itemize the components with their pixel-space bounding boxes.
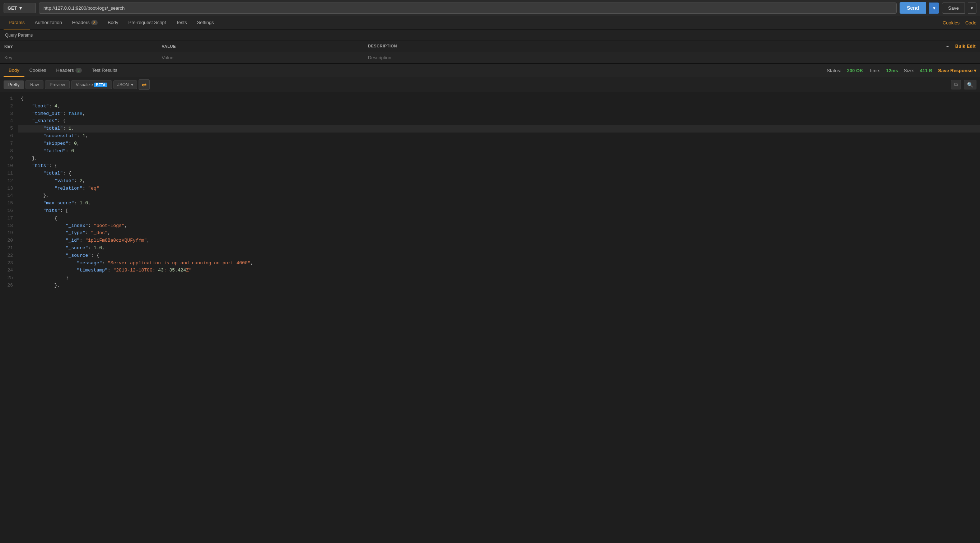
code-line: "_index": "boot-logs", [18,222,980,230]
code-line: "_shards": { [18,118,980,125]
response-tab-test-results[interactable]: Test Results [87,64,123,77]
value-placeholder[interactable]: Value [158,52,364,64]
pretty-button[interactable]: Pretty [3,80,24,89]
json-format-select[interactable]: JSON ▾ [113,80,137,89]
code-line: "successful": 1, [18,132,980,140]
table-options-button[interactable]: ··· [945,44,950,48]
line-number: 6 [0,132,18,140]
response-tab-body[interactable]: Body [3,64,24,77]
code-line: "failed": 0 [18,148,980,155]
tab-authorization[interactable]: Authorization [30,16,67,29]
code-content: { "took": 4, "timed_out": false, "_shard… [18,92,980,517]
line-number: 11 [0,170,18,177]
code-line: "timed_out": false, [18,110,980,118]
line-number: 18 [0,222,18,230]
cookies-link[interactable]: Cookies [943,20,959,25]
line-number: 15 [0,200,18,207]
line-number: 5 [0,125,18,132]
code-line: { [18,95,980,103]
url-input[interactable] [39,3,897,14]
line-number: 14 [0,192,18,200]
code-line: "took": 4, [18,103,980,110]
tab-headers[interactable]: Headers8 [67,16,103,29]
line-number: 4 [0,118,18,125]
line-number: 25 [0,274,18,282]
save-dropdown-button[interactable]: ▾ [968,3,977,14]
code-link[interactable]: Code [965,20,977,25]
tab-body[interactable]: Body [103,16,124,29]
line-number: 3 [0,110,18,118]
headers-badge: 8 [91,20,98,25]
line-number: 7 [0,140,18,148]
key-placeholder[interactable]: Key [0,52,158,64]
line-number: 19 [0,229,18,237]
description-placeholder[interactable]: Description [364,52,980,64]
time-label: Time: [869,68,880,73]
code-line: "hits": [ [18,207,980,215]
code-line: } [18,274,980,282]
preview-button[interactable]: Preview [45,80,70,89]
col-key: KEY [0,41,158,52]
col-description: DESCRIPTION ··· Bulk Edit [364,41,980,52]
tab-prerequest[interactable]: Pre-request Script [124,16,171,29]
line-number: 8 [0,148,18,155]
code-line: }, [18,192,980,200]
size-value: 411 B [920,68,932,73]
copy-button[interactable]: ⧉ [951,80,961,89]
method-select[interactable]: GET ▾ [3,3,36,13]
code-line: "total": { [18,170,980,177]
search-button[interactable]: 🔍 [964,80,977,89]
line-number: 2 [0,103,18,110]
line-number: 10 [0,162,18,170]
response-tab-cookies[interactable]: Cookies [24,64,51,77]
format-bar: Pretty Raw Preview Visualize BETA JSON ▾… [0,77,980,92]
time-value: 12ms [886,68,898,73]
tab-tests[interactable]: Tests [171,16,192,29]
code-line: "max_score": 1.0, [18,200,980,207]
response-tab-headers[interactable]: Headers3 [51,64,87,77]
send-button[interactable]: Send [900,2,926,14]
line-number: 24 [0,267,18,274]
response-headers-badge: 3 [75,68,82,73]
tab-settings[interactable]: Settings [192,16,219,29]
line-number: 12 [0,177,18,185]
save-button[interactable]: Save [942,3,965,14]
status-info: Status: 200 OK Time: 12ms Size: 411 B Sa… [827,68,977,73]
code-line: "relation": "eq" [18,185,980,193]
code-line: "skipped": 0, [18,140,980,148]
raw-button[interactable]: Raw [25,80,43,89]
method-label: GET [8,5,17,11]
line-number: 1 [0,95,18,103]
wrap-button[interactable]: ⇌ [138,80,150,90]
right-links: Cookies Code [943,20,977,25]
size-label: Size: [904,68,914,73]
bulk-edit-button[interactable]: Bulk Edit [955,44,976,49]
line-number: 22 [0,252,18,260]
params-empty-row: Key Value Description [0,52,980,64]
code-line: "value": 2, [18,177,980,185]
status-value: 200 OK [847,68,863,73]
top-bar: GET ▾ Send ▾ Save ▾ [0,0,980,16]
code-line: "message": "Server application is up and… [18,260,980,267]
line-numbers: 1234567891011121314151617181920212223242… [0,92,18,517]
status-label: Status: [827,68,841,73]
line-number: 20 [0,237,18,245]
col-value: VALUE [158,41,364,52]
code-line: "_id": "1pl1Fm8Ba0czVQUFyfYm", [18,237,980,245]
send-dropdown-button[interactable]: ▾ [929,3,939,14]
code-line: "_source": { [18,252,980,260]
code-line: }, [18,282,980,290]
code-line: "total": 1, [18,125,980,132]
line-number: 9 [0,155,18,162]
code-line: "_score": 1.0, [18,245,980,252]
code-line: }, [18,155,980,162]
request-tabs-row: Params Authorization Headers8 Body Pre-r… [0,16,980,30]
tab-params[interactable]: Params [3,16,30,29]
save-response-button[interactable]: Save Response ▾ [938,68,977,73]
visualize-button[interactable]: Visualize BETA [71,80,112,89]
code-area: 1234567891011121314151617181920212223242… [0,92,980,517]
beta-badge: BETA [94,83,107,87]
code-line: "timestamp": "2019-12-18T00: 43: 35.424Z… [18,267,980,274]
method-chevron: ▾ [19,5,22,11]
params-table: KEY VALUE DESCRIPTION ··· Bulk Edit Key … [0,41,980,64]
